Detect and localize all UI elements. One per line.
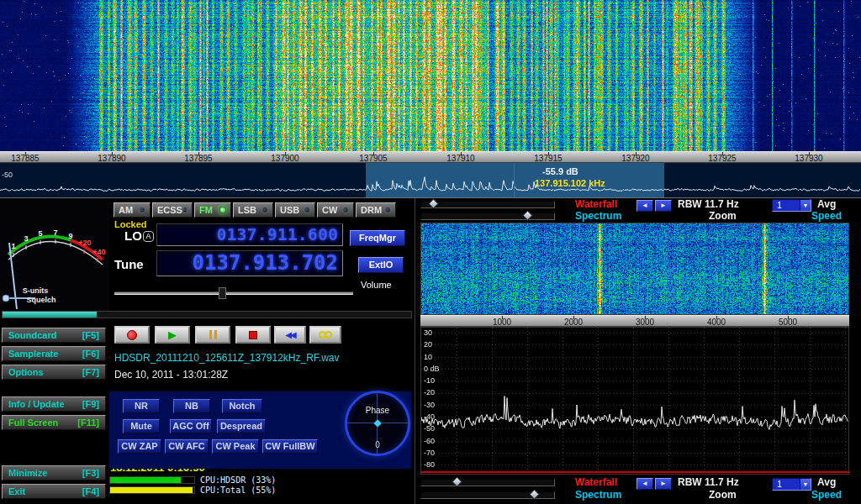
volume-groove[interactable]	[114, 291, 353, 295]
spectrum-mode-label-bottom[interactable]: Spectrum	[575, 489, 621, 501]
zoom-left-arrow-button[interactable]: ◄	[637, 200, 653, 212]
samplerate-button[interactable]: Samplerate[F6]	[2, 346, 106, 361]
exit-button[interactable]: Exit[F4]	[2, 484, 106, 499]
dropdown-arrow-icon[interactable]: ▼	[800, 200, 811, 211]
zoom-left-arrow-button-bottom[interactable]: ◄	[637, 478, 653, 490]
mute-button[interactable]: Mute	[123, 419, 160, 433]
despread-button[interactable]: Despread	[217, 419, 266, 433]
mode-led-icon	[261, 207, 268, 213]
pause-button[interactable]	[195, 326, 230, 344]
spectrum-mode-label[interactable]: Spectrum	[575, 210, 621, 222]
waterfall-contrast-slider[interactable]	[420, 201, 555, 208]
wav-file-date: Dec 10, 2011 - 13:01:28Z	[114, 369, 228, 381]
main-waterfall-display[interactable]	[0, 0, 861, 151]
nr-button[interactable]: NR	[123, 399, 160, 413]
s-meter-tick-label: 9	[68, 232, 72, 240]
s-units-label: S-units	[23, 286, 49, 295]
wav-filename: HDSDR_20111210_125611Z_137912kHz_RF.wav	[114, 352, 340, 364]
phase-value: 0	[375, 440, 380, 449]
lo-lock-a-badge[interactable]: A	[143, 231, 154, 242]
spectrum-zoom-slider-bottom[interactable]	[420, 491, 555, 499]
rbw-label-bottom: RBW 11.7 Hz	[678, 476, 739, 488]
avg-label: Avg	[817, 198, 836, 210]
notch-button[interactable]: Notch	[222, 399, 262, 413]
play-button[interactable]: ▶	[155, 326, 190, 344]
frequency-ruler[interactable]: 137885 137890 137895 137900 137905 13791…	[0, 151, 861, 163]
info-update-button[interactable]: Info / Update[F9]	[2, 396, 106, 412]
slider-thumb[interactable]	[529, 489, 540, 500]
mode-button-usb[interactable]: USB	[275, 202, 315, 218]
mode-button-lsb[interactable]: LSB	[233, 202, 273, 218]
pause-icon	[209, 330, 212, 339]
s-meter-tick-label: 7	[53, 228, 57, 237]
audio-spectrum-display: 30 20 10 0 dB -10 -20 -30 -40 -50 -60 -7…	[420, 327, 849, 475]
audio-frequency-ruler[interactable]: 1000 2000 3000 4000 5000	[420, 315, 849, 327]
s-meter-tick-label: +20	[78, 239, 91, 247]
db-axis-label: 20	[424, 340, 432, 349]
slider-thumb[interactable]	[452, 476, 462, 487]
volume-slider[interactable]	[114, 287, 353, 299]
waterfall-mode-label[interactable]: Waterfall	[575, 198, 617, 210]
avg-dropdown[interactable]: 1 ▼	[772, 199, 811, 212]
nb-button[interactable]: NB	[173, 399, 210, 413]
freqmgr-button[interactable]: FreqMgr	[350, 230, 405, 246]
mode-button-am[interactable]: AM	[114, 202, 151, 218]
lo-frequency-display[interactable]: 0137.911.600	[156, 223, 343, 246]
waterfall-contrast-slider-bottom[interactable]	[420, 479, 555, 486]
fullscreen-button[interactable]: Full Screen[F11]	[2, 415, 106, 430]
level-bar-fill	[3, 312, 97, 318]
speed-label: Speed	[811, 210, 842, 222]
signal-db-readout: -55.9 dB	[542, 166, 578, 176]
phase-label: Phase	[366, 406, 389, 415]
db-axis-label: -50	[424, 424, 435, 433]
minimize-button[interactable]: Minimize[F3]	[2, 465, 106, 480]
main-spectrum-display[interactable]: -50 -55.9 dB 137.915.102 kHz	[0, 163, 861, 197]
extio-button[interactable]: ExtIO	[358, 257, 404, 273]
rbw-label: RBW 11.7 Hz	[678, 198, 739, 210]
mode-led-icon	[219, 207, 226, 213]
s-meter: 1 3 5 7 9 +20 +40 S-units Squelch	[0, 199, 109, 311]
tune-label: Tune	[114, 257, 144, 271]
zoom-right-arrow-button-bottom[interactable]: ►	[655, 478, 672, 490]
lo-label: LO	[124, 228, 142, 243]
hdsdr-window: 137885 137890 137895 137900 137905 13791…	[0, 0, 861, 504]
options-button[interactable]: Options[F7]	[2, 365, 106, 380]
db-axis-label: -40	[424, 412, 435, 421]
speed-label-bottom: Speed	[811, 489, 842, 501]
rewind-button[interactable]: ◀◀	[274, 326, 306, 344]
soundcard-button[interactable]: Soundcard[F5]	[2, 328, 106, 343]
cw-fullbw-button[interactable]: CW FullBW	[262, 439, 318, 454]
cw-zap-button[interactable]: CW ZAP	[118, 439, 161, 454]
mode-button-drm[interactable]: DRM	[356, 202, 396, 218]
s-meter-tick-label: +40	[92, 248, 105, 256]
waterfall-mode-label-bottom[interactable]: Waterfall	[575, 476, 617, 488]
avg-dropdown-bottom[interactable]: 1 ▼	[772, 478, 811, 491]
stop-button[interactable]	[235, 326, 271, 344]
cw-peak-button[interactable]: CW Peak	[212, 439, 259, 454]
phase-dial[interactable]: Phase ◆ 0	[345, 391, 410, 456]
dropdown-arrow-icon[interactable]: ▼	[800, 479, 811, 490]
volume-thumb[interactable]	[219, 287, 226, 299]
mode-button-ecss[interactable]: ECSS	[152, 202, 193, 218]
loop-button[interactable]	[309, 326, 341, 344]
zoom-right-arrow-button[interactable]: ►	[655, 200, 672, 212]
slider-thumb[interactable]	[522, 210, 533, 221]
mode-button-fm[interactable]: FM	[194, 202, 231, 218]
mode-led-icon	[342, 207, 349, 213]
loop-icon	[325, 331, 332, 339]
zoom-label-bottom: Zoom	[709, 489, 737, 501]
panel-divider-vertical	[415, 198, 415, 504]
squelch-knob[interactable]	[3, 295, 9, 302]
slider-thumb[interactable]	[428, 198, 439, 209]
play-icon: ▶	[168, 328, 177, 341]
db-axis-label: -30	[424, 401, 435, 409]
mode-button-cw[interactable]: CW	[317, 202, 354, 218]
cw-afc-button[interactable]: CW AFC	[165, 439, 209, 454]
db-axis-label: 10	[424, 353, 432, 361]
level-bar-groove[interactable]	[2, 311, 412, 318]
agc-off-button[interactable]: AGC Off	[170, 419, 212, 433]
spectrum-zoom-slider[interactable]	[420, 213, 555, 220]
tune-frequency-display[interactable]: 0137.913.702	[156, 250, 343, 276]
record-button[interactable]	[114, 326, 150, 344]
audio-waterfall-display	[420, 223, 849, 315]
